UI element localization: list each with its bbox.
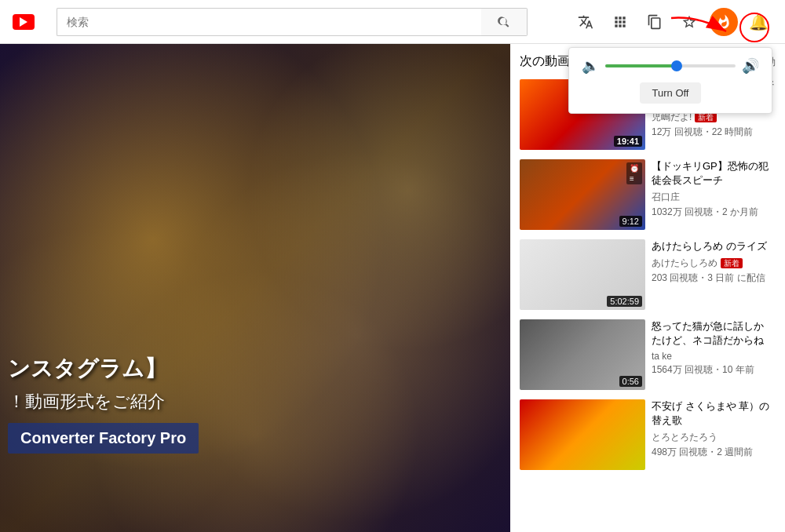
volume-slider-thumb <box>671 60 682 71</box>
header: 🔈 🔊 Turn Off 🔔 <box>0 0 785 44</box>
volume-slider-track[interactable] <box>605 64 736 67</box>
copy-button[interactable] <box>641 8 669 36</box>
youtube-logo <box>13 14 35 30</box>
apps-icon <box>612 14 628 30</box>
video-meta-1: 1032万 回視聴・2 か月前 <box>652 206 776 219</box>
video-meta-2: 203 回視聴・3 日前 に配信 <box>652 271 776 285</box>
volume-row: 🔈 🔊 <box>582 57 759 75</box>
video-meta-3: 1564万 回視聴・10 年前 <box>652 363 776 377</box>
sidebar: 次の動画 自動 ⏰ ≡ 19:41 児嶋パーソナルカラー診断 ンジャッシュの色が… <box>510 44 785 532</box>
video-title-2: あけたらしろめ のライズ <box>652 239 776 253</box>
translate-icon <box>578 14 593 30</box>
header-left <box>13 8 528 36</box>
video-thumbnail-3: 0:56 <box>520 319 645 390</box>
volume-mute-icon: 🔈 <box>582 57 599 75</box>
search-button[interactable] <box>481 8 528 36</box>
video-title-line1: ンスタグラム】 <box>8 354 199 384</box>
video-info-1: 【ドッキリGP】恐怖の犯 徒会長スピーチ 召口庄 1032万 回視聴・2 か月前 <box>652 159 776 230</box>
header-right: 🔈 🔊 Turn Off 🔔 <box>571 8 772 36</box>
flame-icon <box>716 14 732 30</box>
video-card-1[interactable]: ⏰ ≡ 9:12 【ドッキリGP】恐怖の犯 徒会長スピーチ 召口庄 1032万 … <box>520 159 776 230</box>
video-title-4: 不安げ さくらまや 草）の替え歌 <box>652 399 776 428</box>
video-info-4: 不安げ さくらまや 草）の替え歌 とろとろたろう 498万 回視聴・2 週間前 <box>652 399 776 470</box>
video-title-blue: Converter Factory Pro <box>8 423 199 454</box>
youtube-icon <box>13 14 35 30</box>
video-thumbnail-4 <box>520 399 645 470</box>
video-duration-2: 5:02:59 <box>607 296 642 307</box>
star-icon <box>681 14 697 30</box>
video-channel-3: ta ke <box>652 351 776 362</box>
badge-new: 新着 <box>695 112 717 122</box>
video-list: ⏰ ≡ 19:41 児嶋パーソナルカラー診断 ンジャッシュの色がわか 児嶋だよ!… <box>520 79 776 470</box>
apps-button[interactable] <box>606 8 634 36</box>
video-info-2: あけたらしろめ のライズ あけたらしろめ新着 203 回視聴・3 日前 に配信 <box>652 239 776 310</box>
video-title-3: 怒ってた猫が急に話しか たけど、ネコ語だからね <box>652 319 776 348</box>
video-background <box>0 44 510 532</box>
volume-popup: 🔈 🔊 Turn Off <box>568 47 772 114</box>
video-thumbnail-1: ⏰ ≡ 9:12 <box>520 159 645 230</box>
star-button[interactable] <box>675 8 703 36</box>
video-channel-1: 召口庄 <box>652 191 776 204</box>
translate-button[interactable] <box>571 8 600 36</box>
video-channel-2: あけたらしろめ新着 <box>652 257 776 270</box>
video-duration-3: 0:56 <box>619 376 642 387</box>
badge-new: 新着 <box>721 258 743 268</box>
video-duration-1: 9:12 <box>619 216 642 227</box>
search-icon <box>497 15 511 29</box>
search-input[interactable] <box>57 8 481 36</box>
next-video-label: 次の動画 <box>520 53 570 70</box>
video-info-3: 怒ってた猫が急に話しか たけど、ネコ語だからね ta ke 1564万 回視聴・… <box>652 319 776 390</box>
search-bar <box>57 8 528 36</box>
video-area: ンスタグラム】 ！動画形式をご紹介 Converter Factory Pro <box>0 44 510 532</box>
thumb-overlay-icon: ⏰ ≡ <box>626 162 642 184</box>
video-title-line2: ！動画形式をご紹介 <box>8 390 199 414</box>
main-content: ンスタグラム】 ！動画形式をご紹介 Converter Factory Pro … <box>0 44 785 532</box>
video-thumbnail-2: 5:02:59 <box>520 239 645 310</box>
video-meta-0: 12万 回視聴・22 時間前 <box>652 126 776 139</box>
video-duration-0: 19:41 <box>614 136 642 147</box>
turn-off-button[interactable]: Turn Off <box>640 82 702 104</box>
video-channel-4: とろとろたろう <box>652 431 776 444</box>
video-card-2[interactable]: 5:02:59 あけたらしろめ のライズ あけたらしろめ新着 203 回視聴・3… <box>520 239 776 310</box>
video-meta-4: 498万 回視聴・2 週間前 <box>652 446 776 459</box>
video-card-3[interactable]: 0:56 怒ってた猫が急に話しか たけど、ネコ語だからね ta ke 1564万… <box>520 319 776 390</box>
notification-button[interactable]: 🔔 <box>744 8 772 36</box>
video-text-overlay: ンスタグラム】 ！動画形式をご紹介 Converter Factory Pro <box>8 354 199 454</box>
video-card-4[interactable]: 不安げ さくらまや 草）の替え歌 とろとろたろう 498万 回視聴・2 週間前 <box>520 399 776 470</box>
video-title-1: 【ドッキリGP】恐怖の犯 徒会長スピーチ <box>652 159 776 188</box>
volume-slider-fill <box>605 64 677 67</box>
copy-icon <box>647 14 663 30</box>
volume-max-icon: 🔊 <box>742 57 759 75</box>
active-icon-button[interactable] <box>710 8 738 36</box>
